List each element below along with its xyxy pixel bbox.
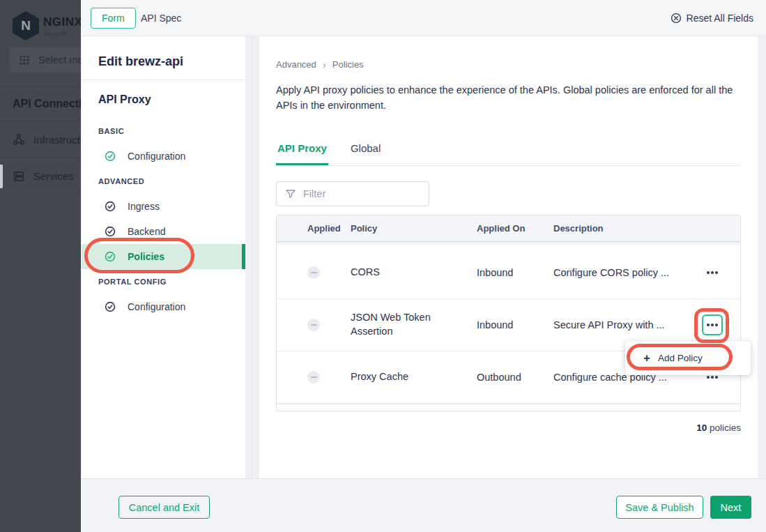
col-header-applied: Applied xyxy=(277,223,351,234)
nav-item-label: Backend xyxy=(128,226,165,237)
wizard-title: Edit brewz-api xyxy=(98,54,183,69)
nav-item-label: Configuration xyxy=(128,151,185,162)
sidebar-item-infrastructure[interactable]: Infrastructure xyxy=(0,121,81,158)
module-select-label: Select module xyxy=(38,54,81,66)
policies-count-label: policies xyxy=(710,423,741,433)
nav-item-configuration-portal[interactable]: Configuration xyxy=(82,294,245,319)
applied-toggle[interactable] xyxy=(307,319,320,331)
policies-count-number: 10 xyxy=(696,423,707,433)
menu-item-label: Add Policy xyxy=(658,353,703,363)
app-root: N NGINX Part of F5 Select module API Con… xyxy=(0,0,766,532)
check-circle-icon xyxy=(105,251,116,262)
app-sidebar: N NGINX Part of F5 Select module API Con… xyxy=(0,0,81,532)
applied-toggle[interactable] xyxy=(307,266,320,279)
col-header-policy: Policy xyxy=(351,223,477,234)
brand-tagline: Part of F5 xyxy=(44,31,67,37)
wizard-footer: Cancel and Exit Save & Publish Next xyxy=(81,478,766,532)
tab-global[interactable]: Global xyxy=(349,138,382,165)
column-divider xyxy=(252,0,252,532)
filter-field xyxy=(276,181,429,206)
sidebar-active-indicator xyxy=(0,165,3,188)
sidebar-item-label: Infrastructure xyxy=(33,134,81,146)
nginx-logo-icon: N xyxy=(13,11,39,40)
policy-scope-tabs: API Proxy Global xyxy=(276,138,741,166)
nav-item-configuration-basic[interactable]: Configuration xyxy=(82,144,245,169)
row-actions-menu-button[interactable] xyxy=(704,267,721,278)
wizard-topbar: Form API Spec Reset All Fields xyxy=(81,0,766,36)
chevron-right-icon: › xyxy=(323,59,326,70)
policies-count: 10 policies xyxy=(696,423,741,433)
sidebar-module-title: API Connectivity Manager xyxy=(0,86,81,121)
policy-name: JSON Web Token Assertion xyxy=(351,311,477,338)
breadcrumb-parent[interactable]: Advanced xyxy=(276,59,316,70)
policies-table: Applied Policy Applied On Description CO… xyxy=(276,215,741,411)
scrolled-row-sliver xyxy=(277,242,740,247)
policy-description: Secure API Proxy with ... xyxy=(553,319,684,330)
row-actions-dropdown: + Add Policy xyxy=(625,341,751,375)
cancel-and-exit-button[interactable]: Cancel and Exit xyxy=(118,496,210,519)
brand-name: NGINX xyxy=(43,15,81,29)
col-header-applied-on: Applied On xyxy=(477,223,553,234)
nav-group-basic: BASIC xyxy=(98,127,124,135)
save-and-publish-button[interactable]: Save & Publish xyxy=(616,496,703,519)
applied-on: Inbound xyxy=(477,319,553,330)
check-circle-icon xyxy=(105,151,116,162)
breadcrumb: Advanced › Policies xyxy=(276,59,364,70)
row-actions-menu-button-active[interactable] xyxy=(702,314,723,335)
nav-item-ingress[interactable]: Ingress xyxy=(82,194,245,219)
tab-api-proxy[interactable]: API Proxy xyxy=(276,138,328,165)
table-row-cors: CORS Inbound Configure CORS policy ... xyxy=(277,247,740,299)
tab-api-spec[interactable]: API Spec xyxy=(141,0,181,36)
infrastructure-icon xyxy=(13,133,25,146)
scrolled-row-sliver xyxy=(277,404,740,411)
tab-form[interactable]: Form xyxy=(91,8,136,29)
grid-icon xyxy=(19,54,30,66)
nav-item-policies[interactable]: Policies xyxy=(82,244,245,269)
wizard-section-title: API Proxy xyxy=(98,93,151,106)
next-button[interactable]: Next xyxy=(710,496,751,519)
nav-group-portal-config: PORTAL CONFIG xyxy=(98,278,167,286)
nginx-logo-letter: N xyxy=(21,18,31,33)
nav-item-backend[interactable]: Backend xyxy=(82,219,245,244)
reset-all-fields-label: Reset All Fields xyxy=(687,13,753,24)
check-circle-icon xyxy=(105,226,116,237)
nav-item-label: Ingress xyxy=(128,201,160,212)
applied-on: Inbound xyxy=(477,267,553,278)
col-header-description: Description xyxy=(553,223,684,234)
nav-item-label: Policies xyxy=(128,251,164,262)
filter-funnel-icon xyxy=(285,188,296,199)
policy-name: Proxy Cache xyxy=(351,370,477,384)
table-header-row: Applied Policy Applied On Description xyxy=(277,215,740,242)
applied-toggle[interactable] xyxy=(307,371,320,383)
reset-all-fields-button[interactable]: Reset All Fields xyxy=(671,0,753,36)
breadcrumb-current: Policies xyxy=(332,59,364,70)
policy-description: Configure CORS policy ... xyxy=(553,267,684,278)
sidebar-item-services[interactable]: Services xyxy=(0,158,81,195)
divider xyxy=(82,79,245,80)
services-icon xyxy=(13,170,25,183)
policies-content-panel: Advanced › Policies Apply API proxy poli… xyxy=(259,36,758,478)
nav-group-advanced: ADVANCED xyxy=(98,177,144,185)
check-circle-icon xyxy=(105,201,116,212)
check-circle-icon xyxy=(105,301,116,312)
module-select[interactable]: Select module xyxy=(10,47,81,73)
menu-item-add-policy[interactable]: + Add Policy xyxy=(625,341,751,375)
nav-item-label: Configuration xyxy=(128,301,185,312)
applied-on: Outbound xyxy=(477,372,553,383)
filter-input[interactable] xyxy=(303,182,425,206)
sidebar-item-label: Services xyxy=(33,170,74,182)
policies-description: Apply API proxy policies to enhance the … xyxy=(276,82,741,114)
policy-name: CORS xyxy=(351,266,477,280)
plus-icon: + xyxy=(643,352,650,364)
wizard-nav-panel: Edit brewz-api API Proxy BASIC Configura… xyxy=(82,36,245,478)
circle-x-icon xyxy=(671,13,682,24)
